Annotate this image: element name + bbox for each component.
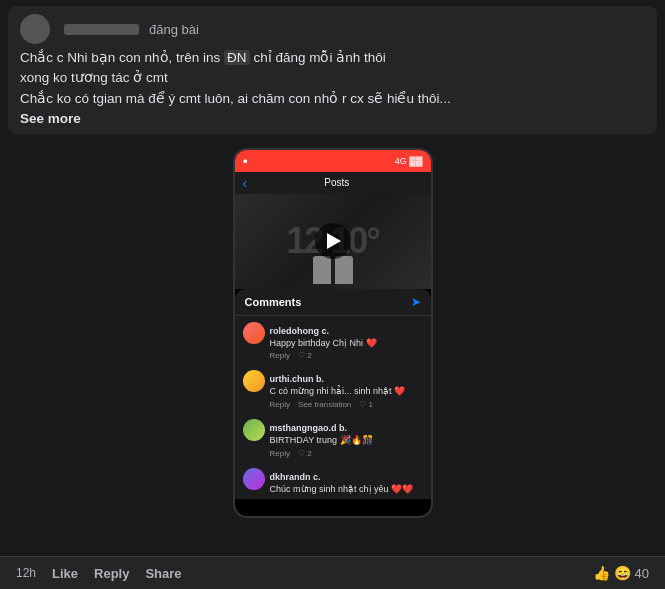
back-icon[interactable]: ‹ bbox=[243, 175, 248, 191]
like-reaction-emoji: 👍 bbox=[593, 565, 610, 581]
comments-title: Comments bbox=[245, 296, 302, 308]
comment-reply-2[interactable]: Reply bbox=[270, 400, 290, 409]
text-line1-end: chỉ đăng mỗi ảnh thôi bbox=[253, 50, 385, 65]
comment-see-translation-4[interactable]: See translation bbox=[298, 498, 351, 499]
post-action: đăng bài bbox=[149, 22, 199, 37]
comment-avatar-3 bbox=[243, 419, 265, 441]
comment-content-1: roledohong c. Happy birthday Chị Nhi ❤️ … bbox=[270, 320, 423, 361]
phone-wrapper: ● 4G ▓▓ ‹ Posts 12 10° bbox=[0, 140, 665, 522]
comment-text-2: C có mừng nhi hải... sinh nhật ❤️ bbox=[270, 386, 423, 398]
comment-username-3: msthangngao.d b. bbox=[270, 423, 348, 433]
send-icon[interactable]: ➤ bbox=[411, 295, 421, 309]
comment-actions-4: Reply See translation ♡ 3 bbox=[270, 498, 423, 499]
comment-item-4: dkhrandn c. Chúc mừng sinh nhật chị yêu … bbox=[235, 462, 431, 499]
text-line3: Chắc ko có tgian mà để ý cmt luôn, ai ch… bbox=[20, 91, 451, 106]
comment-avatar-1 bbox=[243, 322, 265, 344]
comment-content-2: urthi.chun b. C có mừng nhi hải... sinh … bbox=[270, 368, 423, 409]
post-text-section: đăng bài Chắc c Nhi bạn con nhỏ, trên in… bbox=[8, 6, 657, 134]
figure-1 bbox=[313, 256, 331, 284]
comment-text-1: Happy birthday Chị Nhi ❤️ bbox=[270, 338, 423, 350]
comment-avatar-4 bbox=[243, 468, 265, 490]
comment-likes-1: ♡ 2 bbox=[298, 351, 312, 360]
reactions-count: 👍 😄 40 bbox=[593, 565, 649, 581]
phone-mockup: ● 4G ▓▓ ‹ Posts 12 10° bbox=[233, 148, 433, 518]
text-line2: xong ko tương tác ở cmt bbox=[20, 70, 168, 85]
avatar bbox=[20, 14, 50, 44]
comment-content-4: dkhrandn c. Chúc mừng sinh nhật chị yêu … bbox=[270, 466, 423, 499]
reply-button[interactable]: Reply bbox=[94, 566, 129, 581]
phone-status-bar: ● 4G ▓▓ bbox=[235, 150, 431, 172]
phone-nav-bar: ‹ Posts bbox=[235, 172, 431, 194]
comments-panel: Comments ➤ roledohong c. Happy birthday … bbox=[235, 289, 431, 499]
comment-username-2: urthi.chun b. bbox=[270, 374, 325, 384]
comment-actions-2: Reply See translation ♡ 1 bbox=[270, 400, 423, 409]
comment-reply-1[interactable]: Reply bbox=[270, 351, 290, 360]
comment-text-3: BIRTHDAY trung 🎉🔥🎊 bbox=[270, 435, 423, 447]
comment-item-2: urthi.chun b. C có mừng nhi hải... sinh … bbox=[235, 364, 431, 413]
status-bar-left: ● bbox=[243, 156, 248, 166]
comment-see-translation-2[interactable]: See translation bbox=[298, 400, 351, 409]
comment-actions-3: Reply ♡ 2 bbox=[270, 449, 423, 458]
play-icon bbox=[327, 233, 341, 249]
comment-content-3: msthangngao.d b. BIRTHDAY trung 🎉🔥🎊 Repl… bbox=[270, 417, 423, 458]
comment-avatar-2 bbox=[243, 370, 265, 392]
comment-likes-3: ♡ 2 bbox=[298, 449, 312, 458]
reactions-number: 40 bbox=[635, 566, 649, 581]
comment-reply-4[interactable]: Reply bbox=[270, 498, 290, 499]
post-text: Chắc c Nhi bạn con nhỏ, trên ins ĐN chỉ … bbox=[20, 48, 645, 109]
phone-image: 12 10° bbox=[235, 194, 431, 289]
figure-2 bbox=[335, 256, 353, 284]
see-more-button[interactable]: See more bbox=[20, 111, 645, 126]
haha-reaction-emoji: 😄 bbox=[614, 565, 631, 581]
username-bar bbox=[64, 24, 139, 35]
comment-username-4: dkhrandn c. bbox=[270, 472, 321, 482]
comment-reply-3[interactable]: Reply bbox=[270, 449, 290, 458]
comment-item-1: roledohong c. Happy birthday Chị Nhi ❤️ … bbox=[235, 316, 431, 365]
comment-likes-2: ♡ 1 bbox=[359, 400, 373, 409]
phone-figures bbox=[313, 256, 353, 284]
comment-actions-1: Reply ♡ 2 bbox=[270, 351, 423, 360]
comment-likes-4: ♡ 3 bbox=[359, 498, 373, 499]
play-button[interactable] bbox=[315, 223, 351, 259]
like-button[interactable]: Like bbox=[52, 566, 78, 581]
highlight1: ĐN bbox=[224, 50, 250, 65]
comment-username-1: roledohong c. bbox=[270, 326, 330, 336]
comments-header: Comments ➤ bbox=[235, 289, 431, 316]
share-button[interactable]: Share bbox=[145, 566, 181, 581]
post-header: đăng bài bbox=[20, 14, 645, 44]
post-footer: 12h Like Reply Share 👍 😄 40 bbox=[0, 556, 665, 589]
nav-title: Posts bbox=[251, 177, 422, 188]
comment-item-3: msthangngao.d b. BIRTHDAY trung 🎉🔥🎊 Repl… bbox=[235, 413, 431, 462]
status-bar-right: 4G ▓▓ bbox=[395, 156, 423, 166]
post-container: đăng bài Chắc c Nhi bạn con nhỏ, trên in… bbox=[0, 0, 665, 589]
post-time: 12h bbox=[16, 566, 36, 580]
text-line1: Chắc c Nhi bạn con nhỏ, trên ins bbox=[20, 50, 220, 65]
comment-text-4: Chúc mừng sinh nhật chị yêu ❤️❤️ bbox=[270, 484, 423, 496]
